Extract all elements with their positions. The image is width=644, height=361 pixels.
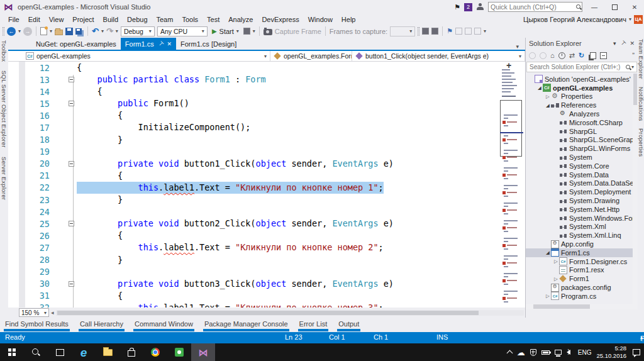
onedrive-icon[interactable]: ☁: [517, 348, 525, 357]
clear-bookmarks-icon[interactable]: [474, 28, 481, 35]
step-over-icon[interactable]: [431, 28, 438, 35]
notifications-flag-icon[interactable]: ⚑: [454, 3, 460, 11]
menu-item-tools[interactable]: Tools: [177, 15, 203, 24]
code-line[interactable]: 20 private void button1_Click(object sen…: [8, 158, 525, 170]
taskbar-chrome[interactable]: [143, 343, 167, 361]
code-line[interactable]: 30 private void button3_Click(object sen…: [8, 278, 525, 290]
taskbar-edge[interactable]: e: [72, 343, 96, 361]
menu-item-debug[interactable]: Debug: [123, 15, 152, 24]
minimap-viewport[interactable]: [500, 100, 522, 157]
taskbar-start[interactable]: [0, 343, 24, 361]
menu-item-test[interactable]: Test: [203, 15, 224, 24]
solution-search-input[interactable]: [530, 64, 625, 70]
breakpoint-margin[interactable]: [19, 302, 25, 308]
code-line[interactable]: 17 InitializeComponent();: [8, 121, 525, 133]
code-line[interactable]: 21 {: [8, 170, 525, 182]
redo-button[interactable]: ↷: [106, 27, 113, 35]
chevron-down-icon[interactable]: ▾: [50, 28, 52, 34]
tree-item-sharpgl-winforms[interactable]: SharpGL.WinForms: [526, 144, 638, 153]
panel-tab-output[interactable]: Output: [337, 319, 360, 331]
code-line[interactable]: 32 this.label1.Text = "Кликнули по кнопк…: [8, 302, 525, 308]
collapse-all-icon[interactable]: [600, 52, 607, 59]
toolbar-grip[interactable]: [418, 27, 419, 36]
quick-launch-box[interactable]: [488, 2, 582, 12]
tree-item-form1-resx[interactable]: Form1.resx: [526, 266, 638, 275]
tree-item-form1-designer-cs[interactable]: ▷Form1.Designer.cs: [526, 257, 638, 266]
panel-tab-error-list[interactable]: Error List: [298, 319, 329, 331]
menu-item-edit[interactable]: Edit: [24, 15, 45, 24]
scroll-left-arrow-icon[interactable]: ◂: [51, 309, 54, 316]
panel-tab-command-window[interactable]: Command Window: [133, 319, 194, 331]
feedback-icon[interactable]: [476, 3, 484, 11]
tree-item-packages-config[interactable]: packages.config: [526, 283, 638, 292]
camera-icon[interactable]: [264, 29, 272, 35]
tree-item-form1[interactable]: ▷Form1: [526, 274, 638, 283]
start-debugging-button[interactable]: ▶ Start ▾: [210, 28, 241, 35]
code-line[interactable]: 16 {: [8, 109, 525, 121]
attach-to-process-icon[interactable]: [243, 28, 250, 35]
chevron-down-icon[interactable]: ▾: [116, 28, 118, 34]
code-line[interactable]: 29: [8, 266, 525, 278]
breakpoint-margin[interactable]: [19, 134, 25, 146]
bookmark-icon[interactable]: ⚑: [447, 27, 453, 35]
restore-button[interactable]: [606, 1, 623, 13]
menu-item-window[interactable]: Window: [304, 15, 337, 24]
sidebar-tab-notifications[interactable]: Notifications: [638, 87, 644, 121]
breakpoint-margin[interactable]: [19, 194, 25, 206]
sidebar-tab-team-explorer[interactable]: Team Explorer: [638, 39, 644, 79]
tree-item-solution-opengl-examples-1-proj[interactable]: Solution 'openGL-examples' (1 proj: [526, 75, 638, 84]
breakpoint-margin[interactable]: [19, 109, 25, 121]
menu-item-devexpress[interactable]: DevExpress: [257, 15, 303, 24]
fold-margin[interactable]: [65, 161, 77, 167]
collapse-arrow-icon[interactable]: ◢: [545, 103, 551, 108]
code-line[interactable]: 25 private void button2_Click(object sen…: [8, 218, 525, 230]
code-line[interactable]: 23 }: [8, 194, 525, 206]
breakpoint-margin[interactable]: [19, 218, 25, 230]
toolbar-overflow-icon[interactable]: ”: [632, 52, 635, 59]
close-button[interactable]: ✕: [626, 1, 643, 13]
document-tab-form1-cs[interactable]: Form1.cs⊤✕: [121, 38, 176, 50]
code-line[interactable]: 18 }: [8, 134, 525, 146]
vertical-scrollbar[interactable]: [633, 72, 638, 304]
code-line[interactable]: 14 {: [8, 86, 525, 97]
pin-icon[interactable]: ⊤: [619, 40, 627, 48]
type-dropdown[interactable]: openGL_examples.Form1 ▾: [270, 51, 352, 61]
tree-item-system-deployment[interactable]: System.Deployment: [526, 187, 638, 196]
breakpoint-margin[interactable]: [19, 97, 25, 109]
panel-tab-find-symbol-results[interactable]: Find Symbol Results: [4, 319, 70, 331]
close-icon[interactable]: ✕: [630, 40, 635, 47]
undo-button[interactable]: ↶: [92, 27, 99, 35]
user-account-area[interactable]: Цырков Георгий Александрович ▾ ЦА: [523, 15, 644, 24]
fold-margin[interactable]: [65, 221, 77, 226]
network-icon[interactable]: [555, 350, 562, 355]
breakpoint-margin[interactable]: [19, 266, 25, 278]
pin-icon[interactable]: ⊤: [157, 40, 165, 48]
code-editor[interactable]: 12{13 public partial class Form1 : Form1…: [8, 62, 525, 308]
chevron-down-icon[interactable]: ▾: [18, 28, 21, 34]
volume-icon[interactable]: [567, 350, 570, 355]
horizontal-scrollbar[interactable]: [526, 304, 638, 309]
breakpoint-margin[interactable]: [19, 254, 25, 266]
switch-views-icon[interactable]: ⇄: [569, 52, 575, 59]
breakpoint-margin[interactable]: [19, 62, 25, 74]
menu-item-team[interactable]: Team: [152, 15, 178, 24]
menu-item-analyze[interactable]: Analyze: [224, 15, 257, 24]
capture-frame-button[interactable]: Capture Frame: [275, 28, 321, 35]
taskbar-evernote[interactable]: [167, 343, 191, 361]
tree-item-system-data[interactable]: System.Data: [526, 170, 638, 179]
language-indicator[interactable]: ENG: [578, 349, 592, 356]
tree-item-microsoft-csharp[interactable]: Microsoft.CSharp: [526, 118, 638, 127]
sidebar-tab-properties[interactable]: Properties: [638, 128, 644, 157]
menu-item-project[interactable]: Project: [68, 15, 98, 24]
expand-arrow-icon[interactable]: ▷: [553, 258, 559, 264]
fold-margin[interactable]: [65, 281, 77, 287]
code-line[interactable]: 27 this.label1.Text = "Кликнули по кнопк…: [8, 242, 525, 253]
horizontal-scrollbar[interactable]: [56, 310, 524, 316]
save-all-button[interactable]: [75, 28, 82, 35]
battery-icon[interactable]: [541, 350, 550, 355]
code-line[interactable]: 26 {: [8, 230, 525, 242]
tree-item-system-data-datasetexten[interactable]: System.Data.DataSetExten: [526, 179, 638, 188]
tree-item-form1-cs[interactable]: ◢Form1.cs: [526, 248, 638, 257]
solution-platform-dropdown[interactable]: Any CPU▾: [157, 26, 208, 36]
forward-icon[interactable]: [540, 52, 547, 59]
